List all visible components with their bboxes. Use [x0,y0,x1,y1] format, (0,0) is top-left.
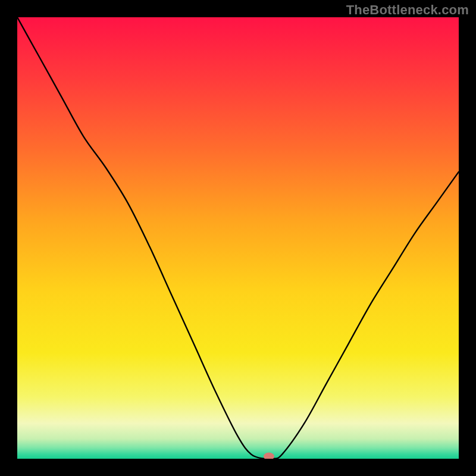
watermark-text: TheBottleneck.com [346,2,469,18]
chart-svg [17,17,459,459]
heatmap-background [17,17,459,459]
bottleneck-chart [17,17,459,459]
chart-frame: TheBottleneck.com [0,0,476,476]
